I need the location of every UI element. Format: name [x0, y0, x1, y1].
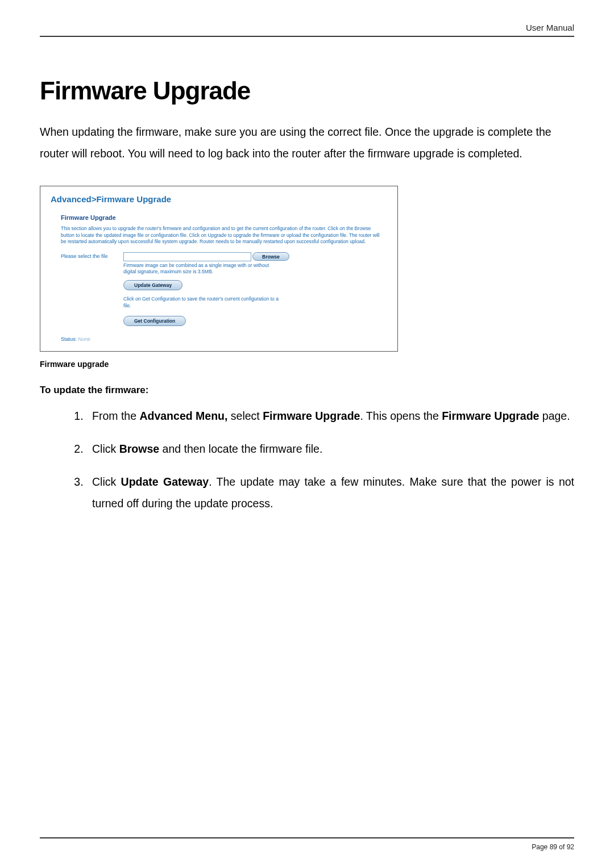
- get-configuration-text: Click on Get Configuration to save the r…: [123, 296, 283, 309]
- header-rule: User Manual: [40, 23, 574, 37]
- step-2: Click Browse and then locate the firmwar…: [86, 438, 574, 460]
- step-bold: Advanced Menu,: [139, 410, 227, 422]
- firmware-panel-screenshot: Advanced>Firmware Upgrade Firmware Upgra…: [40, 186, 398, 352]
- footer-rule: Page 89 of 92: [40, 837, 574, 851]
- step-text: . This opens the: [360, 410, 442, 422]
- browse-button[interactable]: Browse: [252, 252, 289, 261]
- get-configuration-button[interactable]: Get Configuration: [123, 316, 186, 326]
- step-bold: Firmware Upgrade: [442, 410, 539, 422]
- status-label: Status:: [61, 336, 77, 342]
- file-select-row: Please select the file Browse Firmware i…: [61, 252, 387, 276]
- page-number: Page 89 of 92: [40, 843, 574, 851]
- page-title: Firmware Upgrade: [40, 77, 574, 105]
- step-bold: Firmware Upgrade: [263, 410, 360, 422]
- intro-paragraph: When updating the firmware, make sure yo…: [40, 121, 574, 164]
- step-bold: Update Gateway: [121, 475, 209, 488]
- file-path-input[interactable]: [123, 252, 251, 261]
- step-text: select: [227, 410, 263, 422]
- step-bold: Browse: [119, 443, 159, 455]
- file-select-label: Please select the file: [61, 252, 123, 276]
- step-3: Click Update Gateway. The update may tak…: [86, 471, 574, 514]
- status-value: None: [78, 336, 91, 342]
- screenshot-caption: Firmware upgrade: [40, 360, 574, 369]
- step-text: From the: [92, 410, 139, 422]
- update-gateway-button[interactable]: Update Gateway: [123, 280, 182, 290]
- panel-description: This section allows you to upgrade the r…: [61, 226, 381, 245]
- step-text: page.: [539, 410, 570, 422]
- file-hint-text: Firmware image can be combined as a sing…: [123, 262, 271, 276]
- steps-list: From the Advanced Menu, select Firmware …: [86, 405, 574, 514]
- header-label: User Manual: [40, 23, 574, 32]
- step-text: and then locate the firmware file.: [159, 443, 322, 455]
- step-1: From the Advanced Menu, select Firmware …: [86, 405, 574, 427]
- step-text: Click: [92, 475, 121, 488]
- step-text: Click: [92, 443, 119, 455]
- status-row: Status: None: [61, 336, 387, 342]
- panel-section-title: Firmware Upgrade: [61, 214, 387, 221]
- steps-heading: To update the firmware:: [40, 385, 574, 396]
- panel-breadcrumb: Advanced>Firmware Upgrade: [51, 194, 387, 204]
